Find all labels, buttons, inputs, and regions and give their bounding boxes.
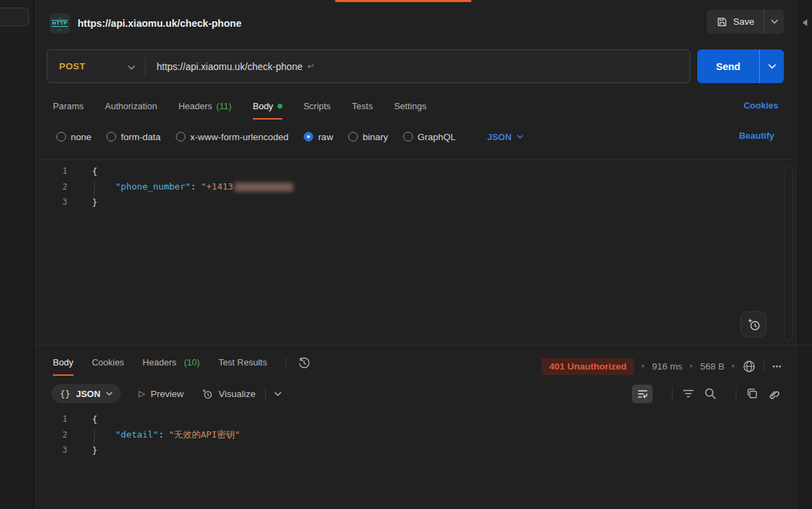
chevron-down-icon xyxy=(517,135,523,139)
status-badge[interactable]: 401 Unauthorized xyxy=(541,358,634,375)
send-options-button[interactable] xyxy=(759,49,784,83)
tab-settings[interactable]: Settings xyxy=(394,95,427,120)
tab-scripts[interactable]: Scripts xyxy=(304,95,331,120)
response-section: Body Cookies Headers(10) Test Results 40… xyxy=(35,345,796,509)
url-box: POST https://api.xiaomu.uk/check-phone ↵ xyxy=(47,49,690,83)
code-line-3: 3 } xyxy=(35,194,796,210)
beautify-link[interactable]: Beautify xyxy=(739,131,774,141)
tab-label: Authorization xyxy=(105,101,157,111)
sidebar-stub-box[interactable] xyxy=(0,8,29,26)
request-title: https://api.xiaomu.uk/check-phone xyxy=(78,18,241,29)
more-options-button[interactable]: ••• xyxy=(772,363,782,370)
filter-button[interactable] xyxy=(682,388,695,399)
tab-params[interactable]: Params xyxy=(53,95,84,120)
http-request-icon: → HTTP ← xyxy=(49,13,70,34)
line-number: 3 xyxy=(35,445,67,455)
url-input[interactable]: https://api.xiaomu.uk/check-phone xyxy=(157,61,302,72)
chevron-down-icon xyxy=(106,392,113,396)
collapse-panel-arrow-icon[interactable] xyxy=(802,19,807,26)
left-sidebar-sliver xyxy=(0,0,34,509)
line-number: 3 xyxy=(35,197,67,207)
history-clock-icon xyxy=(297,357,311,370)
code-line-2: 2 "detail":"无效的API密钥" xyxy=(35,427,796,443)
tab-label: Scripts xyxy=(304,101,331,111)
radio-icon xyxy=(106,132,116,142)
radio-label: GraphQL xyxy=(418,132,456,142)
radio-icon xyxy=(403,132,413,142)
tab-tests[interactable]: Tests xyxy=(352,95,372,120)
response-toolbar: {} JSON ▷ Preview Visualize xyxy=(35,383,796,405)
method-selector[interactable]: POST xyxy=(47,50,145,82)
radio-graphql[interactable]: GraphQL xyxy=(403,132,456,142)
wrap-text-button[interactable] xyxy=(632,385,653,403)
headers-count: (10) xyxy=(184,357,200,367)
save-options-button[interactable] xyxy=(764,10,784,34)
close-brace: } xyxy=(92,197,98,207)
search-icon xyxy=(704,387,717,400)
code-line-1: 1 { xyxy=(35,411,796,427)
filter-icon xyxy=(682,388,695,399)
tab-label: Headers xyxy=(143,357,177,367)
request-body-editor[interactable]: 1 { 2 "phone_number":"+1413 3 } xyxy=(35,159,796,344)
body-type-row: none form-data x-www-form-urlencoded raw… xyxy=(35,126,796,148)
play-icon: ▷ xyxy=(139,389,145,398)
radio-binary[interactable]: binary xyxy=(348,132,388,142)
response-tab-cookies[interactable]: Cookies xyxy=(92,350,124,376)
response-tab-body[interactable]: Body xyxy=(53,350,74,376)
radio-x-www-form-urlencoded[interactable]: x-www-form-urlencoded xyxy=(176,132,289,142)
response-size[interactable]: 568 B xyxy=(700,361,724,372)
postbot-sparkle-icon xyxy=(747,317,761,332)
response-history-button[interactable] xyxy=(297,357,311,370)
response-body-editor[interactable]: 1 { 2 "detail":"无效的API密钥" 3 } xyxy=(35,411,796,458)
editor-scrollbar[interactable] xyxy=(784,166,793,342)
postbot-button[interactable] xyxy=(741,311,767,337)
format-collapse-button[interactable] xyxy=(274,392,282,396)
colon: : xyxy=(159,429,164,440)
redacted-phone-blur xyxy=(234,183,293,192)
separator xyxy=(736,387,736,400)
radio-form-data[interactable]: form-data xyxy=(106,132,161,142)
format-dropdown[interactable]: JSON xyxy=(487,132,523,142)
line-number: 2 xyxy=(35,182,67,192)
tab-authorization[interactable]: Authorization xyxy=(105,95,157,120)
separator xyxy=(672,387,673,400)
chevron-down-icon xyxy=(771,19,778,24)
chevron-down-icon xyxy=(274,392,282,396)
response-tab-headers[interactable]: Headers(10) xyxy=(143,350,200,376)
preview-label: Preview xyxy=(150,389,183,399)
radio-icon xyxy=(348,132,358,142)
radio-label: binary xyxy=(363,132,388,142)
radio-checked-icon xyxy=(304,132,313,142)
response-time[interactable]: 916 ms xyxy=(652,361,682,372)
search-button[interactable] xyxy=(704,387,717,400)
save-split-button: Save xyxy=(707,10,784,34)
json-value: "+1413 xyxy=(201,181,233,192)
send-button[interactable]: Send xyxy=(697,49,759,83)
separator xyxy=(286,357,286,370)
save-button[interactable]: Save xyxy=(707,10,764,34)
globe-icon xyxy=(742,359,756,374)
save-icon xyxy=(717,16,728,27)
copy-button[interactable] xyxy=(746,387,758,400)
indent-guide xyxy=(94,427,95,442)
visualize-button[interactable]: Visualize xyxy=(201,388,256,400)
open-brace: { xyxy=(92,166,98,177)
url-divider xyxy=(145,57,146,76)
cookies-link[interactable]: Cookies xyxy=(743,100,778,111)
network-info-button[interactable] xyxy=(742,359,756,374)
radio-label: none xyxy=(71,132,91,142)
response-format-dropdown[interactable]: {} JSON xyxy=(52,384,121,403)
response-status-cluster: 401 Unauthorized 916 ms 568 B ••• xyxy=(541,355,782,377)
radio-raw[interactable]: raw xyxy=(304,132,333,142)
response-tab-test-results[interactable]: Test Results xyxy=(218,350,267,376)
preview-button[interactable]: ▷ Preview xyxy=(139,389,183,399)
tab-headers[interactable]: Headers(11) xyxy=(179,95,232,120)
request-tabs: Params Authorization Headers(11) Body Sc… xyxy=(35,95,796,120)
tab-body[interactable]: Body xyxy=(253,95,282,120)
link-button[interactable] xyxy=(768,387,781,400)
request-bar: POST https://api.xiaomu.uk/check-phone ↵… xyxy=(47,49,784,83)
radio-label: x-www-form-urlencoded xyxy=(190,132,289,142)
radio-none[interactable]: none xyxy=(56,132,91,142)
dot-separator xyxy=(732,365,734,367)
save-label: Save xyxy=(733,16,754,27)
